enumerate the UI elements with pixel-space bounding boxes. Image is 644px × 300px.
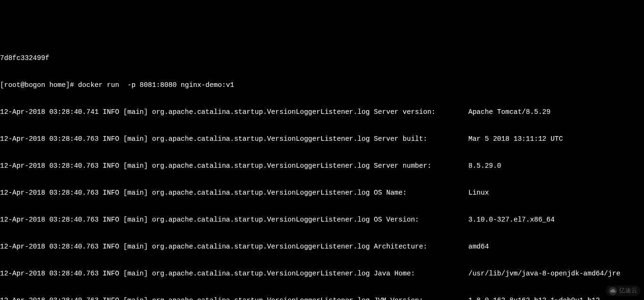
watermark: 亿速云 (606, 285, 640, 296)
terminal-line: 12-Apr-2018 03:28:40.763 INFO [main] org… (0, 215, 644, 224)
terminal-output[interactable]: 7d8fc332499f [root@bogon home]# docker r… (0, 36, 644, 300)
terminal-line: 12-Apr-2018 03:28:40.763 INFO [main] org… (0, 242, 644, 251)
terminal-line: 12-Apr-2018 03:28:40.763 INFO [main] org… (0, 296, 644, 300)
terminal-prompt-line: [root@bogon home]# docker run -p 8081:80… (0, 81, 644, 90)
terminal-line: 12-Apr-2018 03:28:40.763 INFO [main] org… (0, 269, 644, 278)
terminal-line: 7d8fc332499f (0, 54, 644, 63)
terminal-line: 12-Apr-2018 03:28:40.763 INFO [main] org… (0, 189, 644, 197)
terminal-line: 12-Apr-2018 03:28:40.763 INFO [main] org… (0, 135, 644, 144)
terminal-line: 12-Apr-2018 03:28:40.763 INFO [main] org… (0, 162, 644, 171)
terminal-line: 12-Apr-2018 03:28:40.741 INFO [main] org… (0, 108, 644, 117)
cloud-icon (609, 287, 617, 295)
watermark-text: 亿速云 (619, 286, 637, 295)
